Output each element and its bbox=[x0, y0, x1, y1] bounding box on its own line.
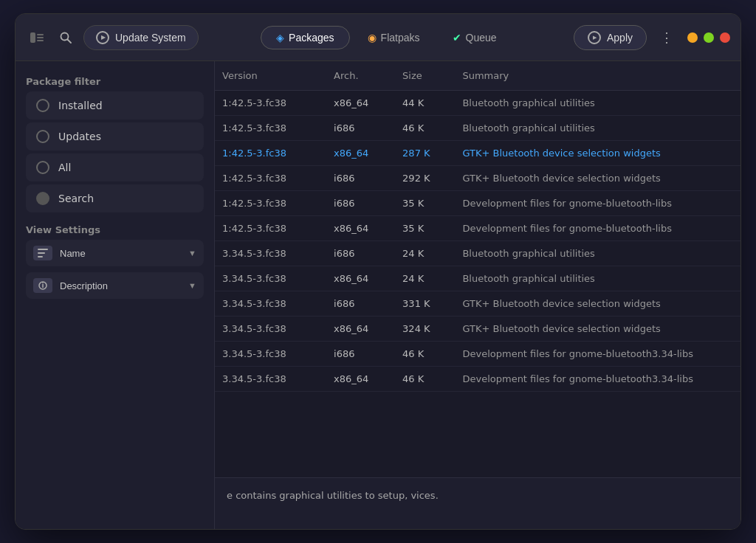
sidebar: Package filter Installed Updates All bbox=[16, 61, 215, 529]
table-header-row: Version Arch. Size Summary bbox=[215, 61, 740, 91]
tab-packages[interactable]: ◈ Packages bbox=[261, 26, 349, 49]
cell-arch: i686 bbox=[326, 166, 395, 191]
table-row[interactable]: 1:42.5-3.fc38 x86_64 287 K GTK+ Bluetoot… bbox=[215, 141, 740, 166]
col-arch: Arch. bbox=[326, 61, 395, 91]
sidebar-toggle-button[interactable] bbox=[26, 28, 48, 47]
cell-summary: GTK+ Bluetooth device selection widgets bbox=[455, 291, 740, 317]
search-button[interactable] bbox=[55, 27, 76, 48]
cell-version: 3.34.5-3.fc38 bbox=[215, 317, 326, 342]
table-row[interactable]: 3.34.5-3.fc38 x86_64 46 K Development fi… bbox=[215, 367, 740, 392]
table-row[interactable]: 1:42.5-3.fc38 i686 46 K Bluetooth graphi… bbox=[215, 116, 740, 141]
apply-icon bbox=[588, 31, 601, 44]
cell-arch: i686 bbox=[326, 191, 395, 216]
packages-icon: ◈ bbox=[276, 32, 284, 44]
cell-arch: i686 bbox=[326, 241, 395, 266]
cell-size: 46 K bbox=[395, 342, 455, 367]
table-row[interactable]: 3.34.5-3.fc38 i686 46 K Development file… bbox=[215, 342, 740, 367]
cell-version: 3.34.5-3.fc38 bbox=[215, 367, 326, 392]
toolbar: Update System ◈ Packages ◉ Flatpaks ✔ Qu… bbox=[16, 14, 740, 61]
name-sort-arrow: ▼ bbox=[188, 249, 196, 257]
table-row[interactable]: 3.34.5-3.fc38 i686 24 K Bluetooth graphi… bbox=[215, 241, 740, 266]
filter-all[interactable]: All bbox=[26, 153, 204, 181]
cell-arch: i686 bbox=[326, 116, 395, 141]
cell-summary: Development files for gnome-bluetooth3.3… bbox=[455, 367, 740, 392]
search-filter-icon bbox=[36, 192, 49, 205]
filter-updates[interactable]: Updates bbox=[26, 122, 204, 151]
cell-summary: Bluetooth graphical utilities bbox=[455, 241, 740, 266]
cell-arch: x86_64 bbox=[326, 216, 395, 241]
description-sort-select[interactable]: Description ▼ bbox=[60, 280, 196, 291]
view-settings-title: View Settings bbox=[26, 224, 204, 235]
cell-size: 324 K bbox=[395, 317, 455, 342]
cell-version: 1:42.5-3.fc38 bbox=[215, 91, 326, 116]
cell-size: 35 K bbox=[395, 191, 455, 216]
more-icon: ⋮ bbox=[660, 30, 674, 45]
cell-summary: Bluetooth graphical utilities bbox=[455, 91, 740, 116]
apply-button[interactable]: Apply bbox=[574, 25, 647, 50]
cell-arch: x86_64 bbox=[326, 367, 395, 392]
cell-summary: Bluetooth graphical utilities bbox=[455, 266, 740, 291]
package-table: Version Arch. Size Summary 1:42.5-3.fc38… bbox=[215, 61, 740, 392]
cell-summary: Development files for gnome-bluetooth-li… bbox=[455, 191, 740, 216]
cell-size: 292 K bbox=[395, 166, 455, 191]
cell-version: 3.34.5-3.fc38 bbox=[215, 266, 326, 291]
cell-version: 1:42.5-3.fc38 bbox=[215, 166, 326, 191]
more-options-button[interactable]: ⋮ bbox=[654, 27, 680, 49]
svg-rect-8 bbox=[38, 256, 43, 257]
minimize-button[interactable] bbox=[687, 32, 698, 43]
view-settings-section: View Settings Name ▼ bbox=[26, 224, 204, 299]
cell-size: 331 K bbox=[395, 291, 455, 317]
cell-arch: x86_64 bbox=[326, 141, 395, 166]
filter-search[interactable]: Search bbox=[26, 184, 204, 212]
cell-version: 3.34.5-3.fc38 bbox=[215, 291, 326, 317]
toolbar-left: Update System bbox=[26, 25, 199, 50]
tab-flatpaks-label: Flatpaks bbox=[381, 32, 420, 44]
table-row[interactable]: 1:42.5-3.fc38 x86_64 44 K Bluetooth grap… bbox=[215, 91, 740, 116]
table-row[interactable]: 3.34.5-3.fc38 i686 331 K GTK+ Bluetooth … bbox=[215, 291, 740, 317]
package-filter-title: Package filter bbox=[26, 76, 204, 87]
view-row-description: Description ▼ bbox=[26, 272, 204, 299]
tab-queue[interactable]: ✔ Queue bbox=[438, 27, 512, 49]
cell-version: 1:42.5-3.fc38 bbox=[215, 141, 326, 166]
filter-search-label: Search bbox=[58, 193, 94, 204]
cell-size: 35 K bbox=[395, 216, 455, 241]
view-row-name: Name ▼ bbox=[26, 240, 204, 266]
update-system-label: Update System bbox=[115, 32, 186, 44]
maximize-button[interactable] bbox=[704, 32, 714, 43]
cell-summary: Development files for gnome-bluetooth3.3… bbox=[455, 342, 740, 367]
svg-line-5 bbox=[68, 39, 72, 43]
description-text: e contains graphical utilities to setup,… bbox=[227, 490, 439, 501]
description-sort-label: Description bbox=[60, 280, 108, 291]
description-sort-arrow: ▼ bbox=[188, 281, 196, 290]
tab-flatpaks[interactable]: ◉ Flatpaks bbox=[353, 27, 435, 49]
cell-size: 46 K bbox=[395, 116, 455, 141]
cell-version: 1:42.5-3.fc38 bbox=[215, 216, 326, 241]
filter-options: Installed Updates All Search bbox=[26, 91, 204, 212]
svg-rect-1 bbox=[37, 34, 44, 35]
radio-installed bbox=[36, 99, 49, 112]
cell-arch: i686 bbox=[326, 291, 395, 317]
update-system-button[interactable]: Update System bbox=[83, 25, 199, 50]
col-summary: Summary bbox=[455, 61, 740, 91]
table-row[interactable]: 3.34.5-3.fc38 x86_64 24 K Bluetooth grap… bbox=[215, 266, 740, 291]
close-button[interactable] bbox=[720, 32, 730, 43]
cell-arch: x86_64 bbox=[326, 266, 395, 291]
cell-size: 46 K bbox=[395, 367, 455, 392]
table-row[interactable]: 3.34.5-3.fc38 x86_64 324 K GTK+ Bluetoot… bbox=[215, 317, 740, 342]
view-settings-options: Name ▼ Description ▼ bbox=[26, 240, 204, 299]
package-table-container[interactable]: Version Arch. Size Summary 1:42.5-3.fc38… bbox=[215, 61, 740, 477]
filter-installed-label: Installed bbox=[58, 100, 103, 111]
apply-label: Apply bbox=[607, 32, 633, 44]
table-row[interactable]: 1:42.5-3.fc38 i686 35 K Development file… bbox=[215, 191, 740, 216]
table-row[interactable]: 1:42.5-3.fc38 i686 292 K GTK+ Bluetooth … bbox=[215, 166, 740, 191]
update-system-icon bbox=[96, 31, 109, 44]
name-sort-select[interactable]: Name ▼ bbox=[60, 248, 196, 259]
toolbar-right: Apply ⋮ bbox=[574, 25, 730, 50]
svg-rect-7 bbox=[38, 252, 45, 254]
cell-summary: GTK+ Bluetooth device selection widgets bbox=[455, 166, 740, 191]
table-row[interactable]: 1:42.5-3.fc38 x86_64 35 K Development fi… bbox=[215, 216, 740, 241]
filter-installed[interactable]: Installed bbox=[26, 91, 204, 120]
svg-rect-3 bbox=[37, 40, 44, 41]
table-body: 1:42.5-3.fc38 x86_64 44 K Bluetooth grap… bbox=[215, 91, 740, 392]
cell-arch: x86_64 bbox=[326, 317, 395, 342]
